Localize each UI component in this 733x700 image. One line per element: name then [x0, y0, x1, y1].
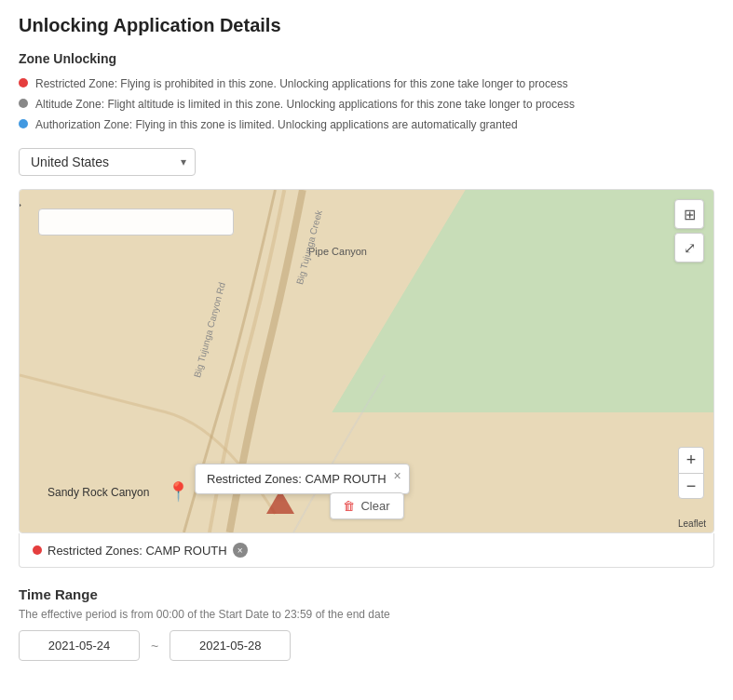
zone-tag-label: Restricted Zones: CAMP ROUTH — [48, 544, 227, 558]
legend-item-altitude: Altitude Zone: Flight altitude is limite… — [19, 96, 714, 113]
time-range-section: Time Range The effective period is from … — [19, 586, 714, 661]
zone-tag: Restricted Zones: CAMP ROUTH × — [33, 543, 248, 558]
search-input[interactable] — [38, 209, 234, 236]
time-range-title: Time Range — [19, 586, 714, 602]
time-range-note: The effective period is from 00:00 of th… — [19, 608, 714, 621]
layers-button[interactable]: ⊞ — [674, 199, 704, 229]
country-select[interactable]: United States Canada United Kingdom Aust… — [19, 148, 196, 176]
legend-dot-gray — [19, 99, 28, 108]
map-background: Pipe Canyon Sandy Rock Canyon Kill'em Qu… — [20, 190, 713, 532]
layers-icon: ⊞ — [684, 206, 696, 223]
pipe-canyon-label: Pipe Canyon — [308, 246, 367, 257]
date-separator: ~ — [140, 639, 170, 653]
search-icon: 🔍 — [19, 192, 21, 207]
zone-tag-remove-button[interactable]: × — [233, 543, 248, 558]
zoom-out-button[interactable]: − — [678, 473, 704, 499]
close-icon[interactable]: × — [393, 468, 400, 483]
big-tujunga-canyon-rd-label: Big Tujunga Canyon Rd — [192, 281, 227, 379]
legend-item-restricted: Restricted Zone: Flying is prohibited in… — [19, 75, 714, 92]
legend-dot-blue — [19, 119, 28, 128]
map-green-area — [332, 190, 713, 412]
sandy-rock-pin: 📍 — [167, 480, 190, 503]
trash-icon: 🗑 — [343, 499, 355, 513]
leaflet-label: Leaflet — [678, 518, 706, 529]
date-range-row: ~ — [19, 630, 714, 661]
zoom-in-button[interactable]: + — [678, 447, 704, 473]
end-date-input[interactable] — [170, 630, 291, 661]
clear-label: Clear — [360, 499, 389, 513]
legend-list: Restricted Zone: Flying is prohibited in… — [19, 75, 714, 133]
map-tooltip: Restricted Zones: CAMP ROUTH × — [195, 464, 410, 494]
start-date-input[interactable] — [19, 630, 140, 661]
map-container[interactable]: Pipe Canyon Sandy Rock Canyon Kill'em Qu… — [19, 189, 714, 533]
map-controls: ⊞ ⤢ — [674, 199, 704, 262]
zone-tag-dot — [33, 545, 42, 555]
zone-section-title: Zone Unlocking — [19, 51, 714, 66]
legend-item-authorization: Authorization Zone: Flying in this zone … — [19, 116, 714, 133]
selected-zones: Restricted Zones: CAMP ROUTH × — [19, 533, 714, 568]
clear-button[interactable]: 🗑 Clear — [329, 492, 403, 519]
fullscreen-button[interactable]: ⤢ — [674, 233, 704, 262]
country-select-wrapper: United States Canada United Kingdom Aust… — [19, 148, 196, 176]
sandy-rock-canyon-label: Sandy Rock Canyon — [48, 486, 149, 499]
map-zoom-controls: + − — [678, 447, 704, 499]
legend-dot-red — [19, 78, 28, 88]
page-title: Unlocking Application Details — [19, 15, 714, 36]
fullscreen-icon: ⤢ — [684, 239, 696, 257]
tooltip-text: Restricted Zones: CAMP ROUTH — [207, 472, 387, 486]
